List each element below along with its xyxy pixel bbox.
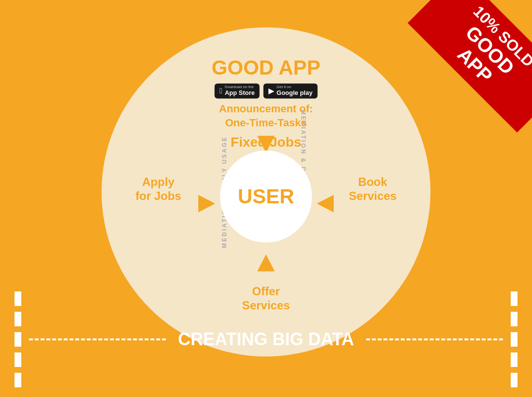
dashed-line-right [366,338,503,340]
dash-block [15,332,21,347]
dashed-line-left [29,338,166,340]
banner-line2: GOOD APP [413,0,532,127]
corner-banner: 10% SOLD GOOD APP [387,0,532,145]
dash-block [511,291,517,306]
user-label: USER [238,185,295,208]
right-vert-dashes [511,291,517,387]
bottom-section: CREATING BIG DATA [0,291,532,387]
top-section: GOOD APP  Download on the App Store ▶ G… [212,56,321,150]
announcement-text: Announcement of: One-Time-Tasks [219,102,313,130]
dash-block [15,352,21,367]
corner-banner-inner: 10% SOLD GOOD APP [408,0,532,133]
google-play-badge[interactable]: ▶ Get it on Google play [264,83,317,98]
arrow-left [198,195,215,212]
store-badges:  Download on the App Store ▶ Get it on … [215,83,317,98]
dash-block [511,332,517,347]
user-circle: USER [220,151,312,243]
apply-label: Applyfor Jobs [135,175,181,203]
app-title: GOOD APP [212,56,321,79]
big-data-text: CREATING BIG DATA [171,329,361,350]
left-vert-dashes [15,291,21,387]
dash-block [511,312,517,326]
google-play-text: Get it on Google play [277,85,312,96]
google-play-icon: ▶ [268,86,274,95]
dash-block [511,352,517,367]
dash-block [15,291,21,306]
dash-block [15,312,21,326]
app-store-text: Download on the App Store [225,85,255,96]
dash-block [511,373,517,387]
fixed-jobs-label: Fixed Jobs [231,135,301,151]
arrow-down [257,254,275,271]
arrow-right [317,195,334,212]
app-store-badge[interactable]:  Download on the App Store [215,83,260,98]
apple-icon:  [220,87,222,95]
book-services-label: BookServices [349,175,397,203]
dash-block [15,373,21,387]
